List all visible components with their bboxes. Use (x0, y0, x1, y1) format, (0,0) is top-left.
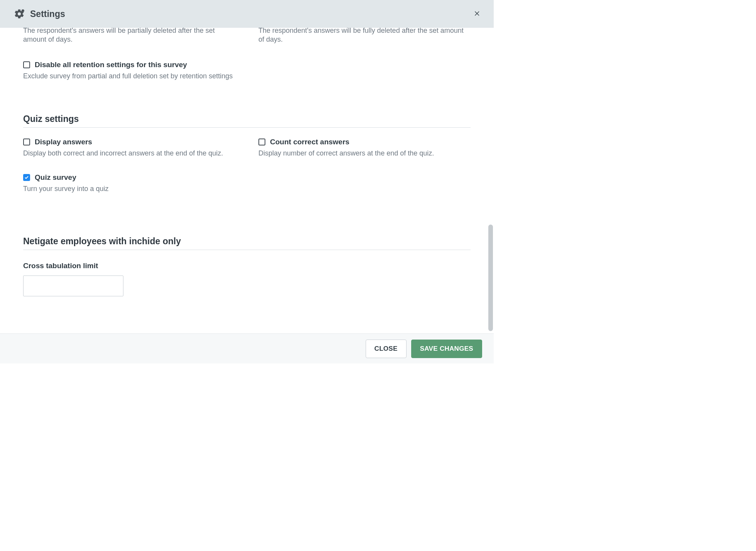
disable-retention-checkbox[interactable] (23, 61, 30, 68)
display-answers-label: Display answers (35, 138, 92, 146)
retention-row-clipped: The respondent's answers will be partial… (23, 28, 471, 44)
quiz-survey-label: Quiz survey (35, 173, 76, 182)
modal-header: Settings (0, 0, 494, 28)
modal-body: The respondent's answers will be partial… (0, 28, 494, 333)
quiz-survey-col: Quiz survey Turn your survey into a quiz (23, 173, 235, 193)
modal-title: Settings (30, 9, 65, 19)
quiz-survey-checkbox[interactable] (23, 174, 30, 181)
scrollbar-track[interactable] (488, 28, 494, 333)
count-correct-col: Count correct answers Display number of … (258, 138, 471, 158)
retention-disable-block: Disable all retention settings for this … (23, 61, 471, 81)
retention-disable-row: Disable all retention settings for this … (23, 61, 235, 69)
count-correct-desc: Display number of correct answers at the… (258, 149, 471, 158)
close-icon[interactable] (471, 7, 484, 21)
cross-tab-label: Cross tabulation limit (23, 262, 471, 270)
modal-footer: CLOSE SAVE CHANGES (0, 333, 494, 363)
retention-partial-col: The respondent's answers will be partial… (23, 28, 235, 44)
cross-tab-input[interactable] (23, 276, 123, 296)
quiz-row-1: Display answers Display both correct and… (23, 138, 471, 158)
internal-heading: Netigate employees with inchide only (23, 236, 471, 250)
display-answers-col: Display answers Display both correct and… (23, 138, 235, 158)
count-correct-checkbox[interactable] (258, 139, 265, 145)
retention-full-desc: The respondent's answers will be fully d… (258, 28, 471, 44)
settings-modal: Settings The respondent's answers will b… (0, 0, 494, 363)
disable-retention-desc: Exclude survey from partial and full del… (23, 71, 235, 81)
modal-header-left: Settings (14, 8, 65, 19)
quiz-row-2: Quiz survey Turn your survey into a quiz (23, 173, 471, 193)
close-button[interactable]: CLOSE (366, 340, 407, 358)
quiz-settings-heading: Quiz settings (23, 114, 471, 128)
disable-retention-label: Disable all retention settings for this … (35, 61, 187, 69)
quiz-survey-desc: Turn your survey into a quiz (23, 184, 235, 193)
retention-partial-desc: The respondent's answers will be partial… (23, 28, 235, 44)
count-correct-label: Count correct answers (270, 138, 349, 146)
svg-point-0 (22, 9, 24, 12)
display-answers-checkbox[interactable] (23, 139, 30, 145)
scrollbar-thumb[interactable] (488, 225, 493, 331)
retention-full-col: The respondent's answers will be fully d… (258, 28, 471, 44)
save-changes-button[interactable]: SAVE CHANGES (411, 340, 482, 358)
retention-disable-col: Disable all retention settings for this … (23, 61, 235, 81)
display-answers-desc: Display both correct and incorrect answe… (23, 149, 235, 158)
gear-icon (14, 8, 25, 19)
